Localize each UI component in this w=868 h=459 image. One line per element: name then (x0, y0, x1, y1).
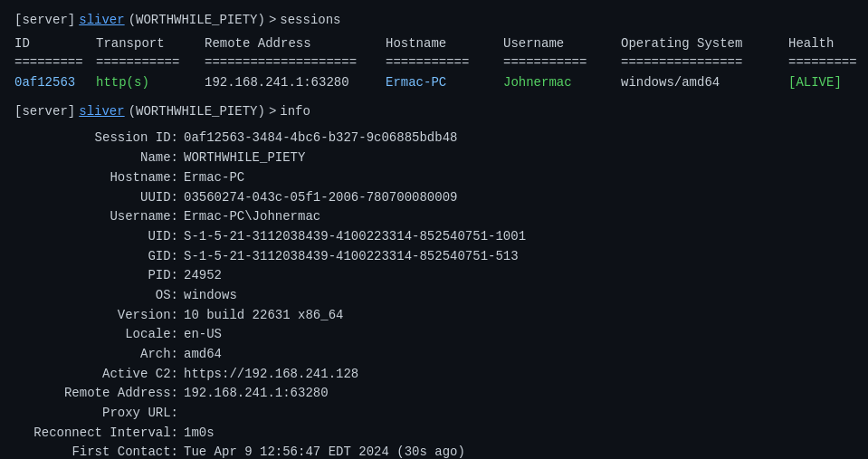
col-header-health: Health (788, 34, 868, 54)
server-label-2: server (22, 102, 67, 122)
bracket-open-2: [ (14, 102, 22, 122)
info-label-proxy-url: Proxy URL: (14, 404, 182, 424)
info-label-uid: UID: (14, 227, 182, 247)
col-header-os: Operating System (621, 34, 788, 54)
col-header-transport: Transport (96, 34, 205, 54)
info-row-7: PID: 24952 (14, 266, 854, 286)
info-row-14: Proxy URL: (14, 404, 854, 424)
table-row: 0af12563 http(s) 192.168.241.1:63280 Erm… (14, 73, 854, 93)
cell-id: 0af12563 (14, 73, 96, 93)
info-value-first-contact: Tue Apr 9 12:56:47 EDT 2024 (30s ago) (182, 443, 465, 459)
info-value-uuid: 03560274-043c-05f1-2006-780700080009 (182, 188, 457, 208)
div-os: ================ (621, 53, 788, 73)
info-value-remote-address: 192.168.241.1:63280 (182, 384, 329, 404)
info-value-username: Ermac-PC\Johnermac (182, 207, 320, 227)
sliver-link-1[interactable]: sliver (79, 11, 124, 31)
info-row-10: Locale: en-US (14, 325, 854, 345)
cell-os: windows/amd64 (621, 73, 788, 93)
info-label-version: Version: (14, 306, 182, 326)
info-value-active-c2: https://192.168.241.128 (182, 365, 358, 385)
bracket-open-1: [ (14, 11, 22, 31)
info-label-active-c2: Active C2: (14, 365, 182, 385)
info-row-3: UUID: 03560274-043c-05f1-2006-7807000800… (14, 188, 854, 208)
col-header-username: Username (503, 34, 621, 54)
server-label-1: server (22, 11, 67, 31)
prompt-line-2: [server] sliver (WORTHWHILE_PIETY) > inf… (14, 102, 854, 122)
terminal: [server] sliver (WORTHWHILE_PIETY) > ses… (14, 11, 854, 459)
prompt-line-1: [server] sliver (WORTHWHILE_PIETY) > ses… (14, 11, 854, 31)
col-header-id: ID (14, 34, 96, 54)
info-label-gid: GID: (14, 247, 182, 267)
div-hostname: =========== (386, 53, 503, 73)
info-label-hostname: Hostname: (14, 168, 182, 188)
info-row-6: GID: S-1-5-21-3112038439-4100223314-8525… (14, 247, 854, 267)
info-label-os: OS: (14, 286, 182, 306)
info-row-1: Name: WORTHWHILE_PIETY (14, 148, 854, 168)
info-value-reconnect-interval: 1m0s (182, 424, 215, 444)
sliver-link-2[interactable]: sliver (79, 102, 124, 122)
info-row-11: Arch: amd64 (14, 345, 854, 365)
command-info: info (280, 102, 310, 122)
command-sessions: sessions (280, 11, 340, 31)
info-section: Session ID: 0af12563-3484-4bc6-b327-9c06… (14, 129, 854, 459)
info-row-0: Session ID: 0af12563-3484-4bc6-b327-9c06… (14, 129, 854, 148)
info-label-session-id: Session ID: (14, 129, 182, 148)
div-remote: ==================== (205, 53, 386, 73)
info-value-os: windows (182, 286, 237, 306)
info-value-gid: S-1-5-21-3112038439-4100223314-852540751… (182, 247, 519, 267)
info-row-9: Version: 10 build 22631 x86_64 (14, 306, 854, 326)
info-value-locale: en-US (182, 325, 222, 345)
info-row-15: Reconnect Interval: 1m0s (14, 424, 854, 444)
info-value-pid: 24952 (182, 266, 222, 286)
table-divider: ========= =========== ==================… (14, 53, 854, 73)
bracket-close-2: ] (68, 102, 75, 122)
info-value-hostname: Ermac-PC (182, 168, 244, 188)
cell-remote-address: 192.168.241.1:63280 (205, 73, 386, 93)
session-name-1: (WORTHWHILE_PIETY) (129, 11, 265, 31)
bracket-close-1: ] (68, 11, 75, 31)
info-label-uuid: UUID: (14, 188, 182, 208)
div-id: ========= (14, 53, 96, 73)
sessions-table: ID Transport Remote Address Hostname Use… (14, 34, 854, 93)
info-label-remote-address: Remote Address: (14, 384, 182, 404)
info-label-first-contact: First Contact: (14, 443, 182, 459)
info-label-locale: Locale: (14, 325, 182, 345)
info-value-version: 10 build 22631 x86_64 (182, 306, 343, 326)
div-username: =========== (503, 53, 621, 73)
prompt-arrow-2: > (269, 102, 276, 122)
table-header: ID Transport Remote Address Hostname Use… (14, 34, 854, 54)
info-label-name: Name: (14, 148, 182, 168)
cell-health: [ALIVE] (788, 73, 868, 93)
info-label-pid: PID: (14, 266, 182, 286)
info-value-session-id: 0af12563-3484-4bc6-b327-9c06885bdb48 (182, 129, 457, 148)
div-health: ========= (788, 53, 868, 73)
prompt-arrow-1: > (269, 11, 276, 31)
info-row-4: Username: Ermac-PC\Johnermac (14, 207, 854, 227)
info-label-arch: Arch: (14, 345, 182, 365)
info-row-16: First Contact: Tue Apr 9 12:56:47 EDT 20… (14, 443, 854, 459)
info-row-8: OS: windows (14, 286, 854, 306)
info-value-uid: S-1-5-21-3112038439-4100223314-852540751… (182, 227, 526, 247)
session-name-2: (WORTHWHILE_PIETY) (129, 102, 265, 122)
info-value-name: WORTHWHILE_PIETY (182, 148, 305, 168)
cell-transport: http(s) (96, 73, 205, 93)
col-header-hostname: Hostname (386, 34, 503, 54)
cell-username: Johnermac (503, 73, 621, 93)
info-row-12: Active C2: https://192.168.241.128 (14, 365, 854, 385)
info-row-5: UID: S-1-5-21-3112038439-4100223314-8525… (14, 227, 854, 247)
col-header-remote-address: Remote Address (205, 34, 386, 54)
info-row-13: Remote Address: 192.168.241.1:63280 (14, 384, 854, 404)
info-label-username: Username: (14, 207, 182, 227)
div-transport: =========== (96, 53, 205, 73)
info-value-arch: amd64 (182, 345, 222, 365)
info-row-2: Hostname: Ermac-PC (14, 168, 854, 188)
cell-hostname: Ermac-PC (386, 73, 503, 93)
info-label-reconnect-interval: Reconnect Interval: (14, 424, 182, 444)
